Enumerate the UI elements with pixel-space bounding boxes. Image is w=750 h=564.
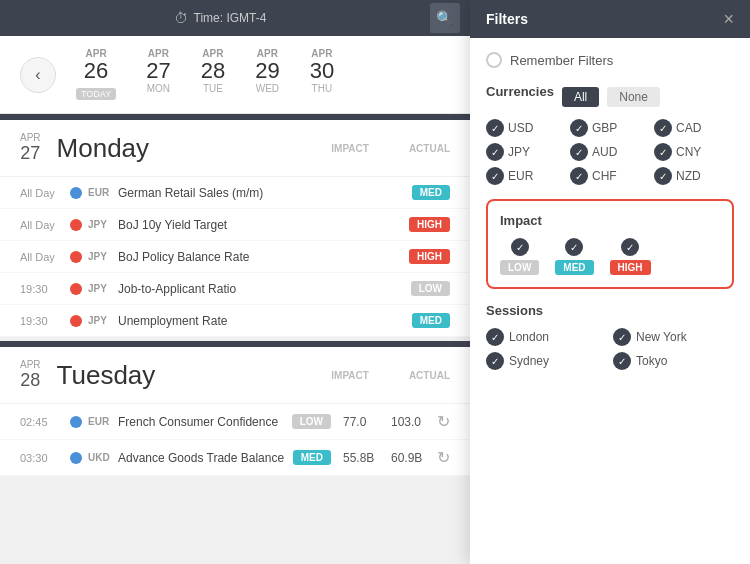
session-item-sydney[interactable]: ✓ Sydney bbox=[486, 352, 607, 370]
date-day-2: 28 bbox=[201, 59, 225, 83]
session-label-tokyo: Tokyo bbox=[636, 354, 667, 368]
event-graph-icon[interactable]: ↻ bbox=[437, 412, 450, 431]
currency-item-eur[interactable]: ✓ EUR bbox=[486, 167, 566, 185]
currency-label-nzd: NZD bbox=[676, 169, 701, 183]
currency-item-usd[interactable]: ✓ USD bbox=[486, 119, 566, 137]
date-dayname-2: TUE bbox=[201, 83, 225, 94]
event-row: 02:45 EUR French Consumer Confidence LOW… bbox=[0, 404, 470, 440]
impact-badge: MED bbox=[293, 450, 331, 465]
tuesday-day: 28 bbox=[20, 370, 41, 391]
event-row: All Day JPY BoJ Policy Balance Rate HIGH bbox=[0, 241, 470, 273]
session-label-london: London bbox=[509, 330, 549, 344]
currency-item-nzd[interactable]: ✓ NZD bbox=[654, 167, 734, 185]
filters-header: Filters × bbox=[470, 0, 750, 38]
currency-label-jpy: JPY bbox=[508, 145, 530, 159]
date-item-2[interactable]: APR 28 TUE bbox=[201, 48, 225, 101]
remember-filters-row: Remember Filters bbox=[486, 52, 734, 68]
date-item-4[interactable]: APR 30 THU bbox=[310, 48, 334, 101]
currency-label-aud: AUD bbox=[592, 145, 617, 159]
check-usd: ✓ bbox=[486, 119, 504, 137]
filters-title: Filters bbox=[486, 11, 528, 27]
check-cad: ✓ bbox=[654, 119, 672, 137]
check-low: ✓ bbox=[511, 238, 529, 256]
currencies-title: Currencies bbox=[486, 84, 554, 99]
impact-item-low[interactable]: ✓ LOW bbox=[500, 238, 539, 275]
time-display: ⏱ Time: IGMT-4 bbox=[174, 10, 267, 26]
session-item-newyork[interactable]: ✓ New York bbox=[613, 328, 734, 346]
event-name: BoJ 10y Yield Target bbox=[118, 218, 409, 232]
event-row: 19:30 JPY Unemployment Rate MED bbox=[0, 305, 470, 337]
currency-item-cny[interactable]: ✓ CNY bbox=[654, 143, 734, 161]
time-label: Time: IGMT-4 bbox=[194, 11, 267, 25]
currency-label-chf: CHF bbox=[592, 169, 617, 183]
date-day-4: 30 bbox=[310, 59, 334, 83]
currency-grid: ✓ USD ✓ GBP ✓ CAD ✓ JPY ✓ AUD bbox=[486, 119, 734, 185]
event-currency: EUR bbox=[88, 187, 118, 198]
date-dayname-3: WED bbox=[255, 83, 279, 94]
date-day-0: 26 bbox=[76, 59, 116, 83]
monday-cols: IMPACT ACTUAL bbox=[331, 143, 450, 154]
impact-item-high[interactable]: ✓ HIGH bbox=[610, 238, 651, 275]
date-item-0[interactable]: APR 26 TODAY bbox=[76, 48, 116, 101]
currency-label-eur: EUR bbox=[508, 169, 533, 183]
currency-item-jpy[interactable]: ✓ JPY bbox=[486, 143, 566, 161]
event-row: 19:30 JPY Job-to-Applicant Ratio LOW bbox=[0, 273, 470, 305]
check-high: ✓ bbox=[621, 238, 639, 256]
today-badge: TODAY bbox=[76, 88, 116, 100]
currency-item-cad[interactable]: ✓ CAD bbox=[654, 119, 734, 137]
event-name: German Retail Sales (m/m) bbox=[118, 186, 412, 200]
check-eur: ✓ bbox=[486, 167, 504, 185]
event-dot bbox=[70, 315, 82, 327]
tuesday-date: APR 28 bbox=[20, 359, 41, 391]
currency-item-chf[interactable]: ✓ CHF bbox=[570, 167, 650, 185]
event-time: All Day bbox=[20, 251, 70, 263]
event-name: Unemployment Rate bbox=[118, 314, 412, 328]
remember-filters-radio[interactable] bbox=[486, 52, 502, 68]
session-label-sydney: Sydney bbox=[509, 354, 549, 368]
currencies-none-button[interactable]: None bbox=[607, 87, 660, 107]
event-currency: EUR bbox=[88, 416, 118, 427]
top-bar: ⏱ Time: IGMT-4 🔍 bbox=[0, 0, 470, 36]
date-item-1[interactable]: APR 27 MON bbox=[146, 48, 170, 101]
event-row: 03:30 UKD Advance Goods Trade Balance ME… bbox=[0, 440, 470, 476]
event-time: 03:30 bbox=[20, 452, 70, 464]
date-dayname-4: THU bbox=[310, 83, 334, 94]
check-chf: ✓ bbox=[570, 167, 588, 185]
prev-date-button[interactable]: ‹ bbox=[20, 57, 56, 93]
event-graph-icon2[interactable]: ↻ bbox=[437, 448, 450, 467]
search-button[interactable]: 🔍 bbox=[430, 3, 460, 33]
check-london: ✓ bbox=[486, 328, 504, 346]
check-nzd: ✓ bbox=[654, 167, 672, 185]
check-newyork: ✓ bbox=[613, 328, 631, 346]
impact-badge: MED bbox=[412, 185, 450, 200]
tuesday-month: APR bbox=[20, 359, 41, 370]
monday-month: APR bbox=[20, 132, 41, 143]
check-jpy: ✓ bbox=[486, 143, 504, 161]
currency-item-aud[interactable]: ✓ AUD bbox=[570, 143, 650, 161]
session-item-tokyo[interactable]: ✓ Tokyo bbox=[613, 352, 734, 370]
date-dayname-1: MON bbox=[146, 83, 170, 94]
currency-item-gbp[interactable]: ✓ GBP bbox=[570, 119, 650, 137]
main-area: ⏱ Time: IGMT-4 🔍 ‹ APR 26 TODAY APR 27 M… bbox=[0, 0, 470, 564]
date-day-3: 29 bbox=[255, 59, 279, 83]
event-name: BoJ Policy Balance Rate bbox=[118, 250, 409, 264]
date-item-3[interactable]: APR 29 WED bbox=[255, 48, 279, 101]
filters-close-button[interactable]: × bbox=[723, 10, 734, 28]
check-cny: ✓ bbox=[654, 143, 672, 161]
impact-col-label-tue: IMPACT bbox=[331, 370, 369, 381]
sessions-title: Sessions bbox=[486, 303, 734, 318]
event-name: Advance Goods Trade Balance bbox=[118, 451, 293, 465]
session-label-newyork: New York bbox=[636, 330, 687, 344]
event-actual2: 55.8B bbox=[343, 451, 383, 465]
event-currency: JPY bbox=[88, 251, 118, 262]
impact-badge: MED bbox=[412, 313, 450, 328]
monday-section: APR 27 Monday IMPACT ACTUAL All Day EUR … bbox=[0, 120, 470, 337]
session-item-london[interactable]: ✓ London bbox=[486, 328, 607, 346]
sessions-grid: ✓ London ✓ New York ✓ Sydney ✓ Tokyo bbox=[486, 328, 734, 370]
impact-item-med[interactable]: ✓ MED bbox=[555, 238, 593, 275]
clock-icon: ⏱ bbox=[174, 10, 188, 26]
currencies-all-button[interactable]: All bbox=[562, 87, 599, 107]
event-dot bbox=[70, 283, 82, 295]
impact-title: Impact bbox=[500, 213, 720, 228]
impact-badge: HIGH bbox=[409, 249, 450, 264]
